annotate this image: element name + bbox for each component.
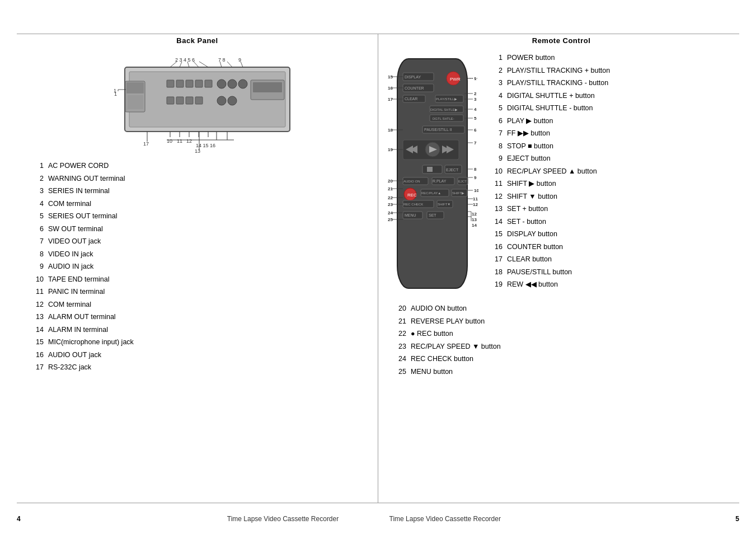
- list-item: 21REVERSE PLAY button: [386, 317, 739, 327]
- svg-rect-13: [205, 80, 212, 87]
- list-item: 23REC/PLAY SPEED ▼ button: [386, 342, 739, 352]
- item-text: POWER button: [507, 53, 683, 63]
- svg-rect-9: [167, 80, 174, 87]
- item-text: FF ▶▶ button: [507, 129, 683, 139]
- item-number: 2: [487, 66, 503, 76]
- item-number: 14: [487, 217, 503, 227]
- item-text: AC POWER CORD: [48, 161, 378, 171]
- item-text: DISPLAY button: [507, 229, 683, 240]
- list-item: 13SET + button: [487, 204, 683, 214]
- svg-text:16: 16: [388, 86, 393, 91]
- svg-text:PWR: PWR: [450, 77, 461, 82]
- svg-text:22: 22: [388, 195, 393, 200]
- item-text: WARNING OUT terminal: [48, 174, 378, 184]
- item-text: SERIES OUT terminal: [48, 212, 378, 222]
- item-number: 21: [386, 317, 406, 327]
- item-number: 20: [386, 304, 406, 314]
- list-item: 10TAPE END terminal: [28, 275, 378, 285]
- list-item: 22● REC button: [386, 329, 739, 339]
- list-item: 18PAUSE/STILL button: [487, 268, 683, 278]
- svg-text:9: 9: [474, 175, 477, 180]
- list-item: 1POWER button: [487, 53, 683, 63]
- item-number: 8: [28, 250, 44, 260]
- list-item: 14SET - button: [487, 217, 683, 227]
- item-text: COM terminal: [48, 300, 378, 310]
- svg-text:CLEAR: CLEAR: [405, 97, 417, 101]
- item-number: 7: [28, 237, 44, 247]
- item-text: PLAY/STILL TRACKING + button: [507, 66, 683, 76]
- item-text: REW ◀◀ button: [507, 280, 683, 290]
- item-text: VIDEO OUT jack: [48, 237, 378, 247]
- item-number: 4: [28, 199, 44, 209]
- list-item: 5DIGITAL SHUTTLE - button: [487, 104, 683, 114]
- list-item: 17RS-232C jack: [28, 363, 378, 373]
- item-number: 5: [28, 212, 44, 222]
- svg-text:AUDIO ON: AUDIO ON: [403, 180, 420, 183]
- svg-text:7 8: 7 8: [218, 57, 226, 63]
- list-item: 7VIDEO OUT jack: [28, 237, 378, 247]
- item-number: 1: [487, 53, 503, 63]
- svg-text:COUNTER: COUNTER: [405, 86, 424, 90]
- list-item: 8VIDEO IN jack: [28, 250, 378, 260]
- svg-text:8: 8: [474, 167, 477, 172]
- remote-list-bottom: 20AUDIO ON button21REVERSE PLAY button22…: [386, 304, 739, 377]
- svg-rect-18: [176, 97, 184, 104]
- svg-point-15: [228, 79, 237, 88]
- list-item: 2WARNING OUT terminal: [28, 174, 378, 184]
- svg-line-46: [199, 62, 208, 67]
- svg-text:23: 23: [388, 202, 393, 207]
- item-number: 3: [28, 186, 44, 196]
- item-number: 24: [386, 354, 406, 364]
- item-number: 4: [487, 91, 503, 101]
- svg-text:5: 5: [474, 116, 477, 121]
- svg-text:21: 21: [388, 186, 393, 191]
- svg-text:PAUSE/STILL II: PAUSE/STILL II: [424, 128, 452, 132]
- item-number: 19: [487, 280, 503, 290]
- svg-rect-8: [128, 95, 143, 109]
- svg-text:SET: SET: [429, 213, 436, 217]
- svg-line-49: [241, 62, 243, 67]
- svg-line-45: [194, 62, 199, 67]
- list-item: 8STOP ■ button: [487, 142, 683, 152]
- svg-text:DIGITAL SHTLE▶: DIGITAL SHTLE▶: [430, 108, 458, 111]
- list-item: 16AUDIO OUT jack: [28, 350, 378, 360]
- svg-text:7: 7: [474, 140, 477, 146]
- svg-text:3: 3: [474, 97, 477, 102]
- list-item: 16COUNTER button: [487, 242, 683, 252]
- item-text: MENU button: [411, 367, 739, 377]
- item-number: 1: [28, 161, 44, 171]
- svg-text:2 3 4 5 6: 2 3 4 5 6: [175, 57, 195, 63]
- svg-text:13: 13: [195, 148, 200, 154]
- svg-text:15: 15: [388, 74, 393, 79]
- svg-line-42: [170, 62, 177, 67]
- item-text: SERIES IN terminal: [48, 186, 378, 196]
- remote-diagram: PWR DISPLAY COUNTER PLAY/STILL▶ CLEAR: [386, 53, 478, 301]
- list-item: 9EJECT button: [487, 154, 683, 164]
- item-text: PANIC IN terminal: [48, 287, 378, 297]
- item-number: 5: [487, 104, 503, 114]
- svg-text:13: 13: [472, 217, 477, 222]
- svg-point-22: [228, 96, 237, 105]
- item-text: STOP ■ button: [507, 142, 683, 152]
- item-number: 12: [28, 300, 44, 310]
- item-text: DIGITAL SHUTTLE + button: [507, 91, 683, 101]
- svg-text:12: 12: [472, 212, 477, 217]
- svg-text:11: 11: [177, 138, 182, 144]
- list-item: 3SERIES IN terminal: [28, 186, 378, 196]
- svg-text:6: 6: [474, 128, 477, 133]
- item-text: COUNTER button: [507, 242, 683, 252]
- svg-text:18: 18: [388, 128, 393, 133]
- svg-text:R.PLAY: R.PLAY: [433, 179, 447, 183]
- list-item: 13ALARM OUT terminal: [28, 312, 378, 322]
- svg-text:11: 11: [473, 196, 478, 202]
- item-text: SHIFT ▼ button: [507, 192, 683, 202]
- item-number: 14: [28, 325, 44, 335]
- back-panel-diagram: 2 3 4 5 6 7 8 9 1: [17, 53, 378, 156]
- page-number-left: 4: [17, 515, 21, 523]
- item-text: PLAY/STILL TRACKING - button: [507, 78, 683, 88]
- svg-text:PLAY/STILL▶: PLAY/STILL▶: [436, 97, 457, 101]
- device-illustration: 2 3 4 5 6 7 8 9 1: [94, 53, 301, 154]
- item-text: ALARM OUT terminal: [48, 312, 378, 322]
- list-item: 15MIC(microphone input) jack: [28, 338, 378, 348]
- item-number: 23: [386, 342, 406, 352]
